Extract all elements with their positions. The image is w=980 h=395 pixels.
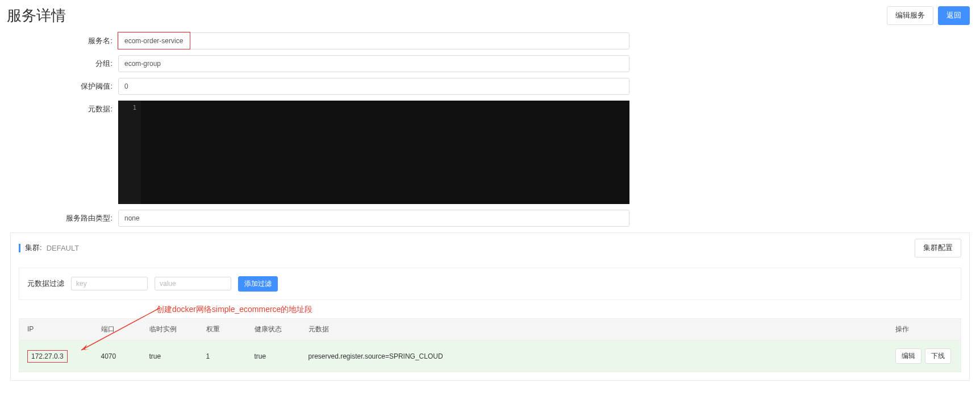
td-ip: 172.27.0.3 — [19, 340, 93, 372]
section-indicator — [19, 244, 20, 252]
back-button[interactable]: 返回 — [938, 6, 970, 25]
metadata-label: 元数据: — [10, 101, 118, 118]
group-label: 分组: — [10, 55, 118, 72]
header-actions: 编辑服务 返回 — [887, 6, 970, 25]
service-name-input[interactable] — [118, 32, 629, 49]
td-metadata: preserved.register.source=SPRING_CLOUD — [301, 340, 887, 372]
cluster-config-button[interactable]: 集群配置 — [915, 239, 961, 257]
th-metadata: 元数据 — [301, 318, 887, 340]
page-title: 服务详情 — [7, 6, 66, 26]
th-temp: 临时实例 — [141, 318, 198, 340]
th-port: 端口 — [93, 318, 141, 340]
td-weight: 1 — [198, 340, 247, 372]
code-body[interactable] — [141, 101, 629, 204]
td-health: true — [247, 340, 301, 372]
instance-table: IP 端口 临时实例 权重 健康状态 元数据 操作 172.27.0.3 407… — [19, 318, 961, 372]
service-form: 服务名: 分组: 保护阈值: 元数据: 1 服务路由类型: — [0, 32, 980, 227]
filter-label: 元数据过滤 — [27, 278, 64, 289]
table-row: 172.27.0.3 4070 true 1 true preserved.re… — [19, 340, 961, 372]
protect-threshold-label: 保护阈值: — [10, 78, 118, 95]
edit-row-button[interactable]: 编辑 — [895, 348, 921, 364]
cluster-card: 集群: DEFAULT 集群配置 元数据过滤 添加过滤 创建docker网络si… — [10, 232, 970, 381]
ip-value-highlight: 172.27.0.3 — [27, 350, 68, 363]
th-health: 健康状态 — [247, 318, 301, 340]
td-port: 4070 — [93, 340, 141, 372]
annotation-row: 创建docker网络simple_ecommerce的地址段 — [19, 303, 961, 318]
code-gutter: 1 — [118, 101, 141, 204]
route-type-input[interactable] — [118, 210, 629, 227]
service-name-label: 服务名: — [10, 32, 118, 49]
filter-value-input[interactable] — [155, 277, 231, 290]
offline-row-button[interactable]: 下线 — [925, 348, 951, 364]
route-type-label: 服务路由类型: — [10, 210, 118, 227]
td-temp: true — [141, 340, 198, 372]
table-header-row: IP 端口 临时实例 权重 健康状态 元数据 操作 — [19, 318, 961, 340]
filter-key-input[interactable] — [71, 277, 148, 290]
cluster-title-label: 集群: — [25, 243, 42, 253]
edit-service-button[interactable]: 编辑服务 — [887, 6, 933, 25]
annotation-text: 创建docker网络simple_ecommerce的地址段 — [156, 305, 312, 315]
protect-threshold-input[interactable] — [118, 78, 629, 95]
td-action: 编辑 下线 — [887, 340, 961, 372]
metadata-editor[interactable]: 1 — [118, 101, 629, 204]
th-ip: IP — [19, 318, 93, 340]
group-input[interactable] — [118, 55, 629, 72]
cluster-name: DEFAULT — [47, 244, 80, 252]
th-action: 操作 — [887, 318, 961, 340]
th-weight: 权重 — [198, 318, 247, 340]
add-filter-button[interactable]: 添加过滤 — [238, 276, 278, 292]
metadata-filter-bar: 元数据过滤 添加过滤 — [19, 268, 961, 300]
